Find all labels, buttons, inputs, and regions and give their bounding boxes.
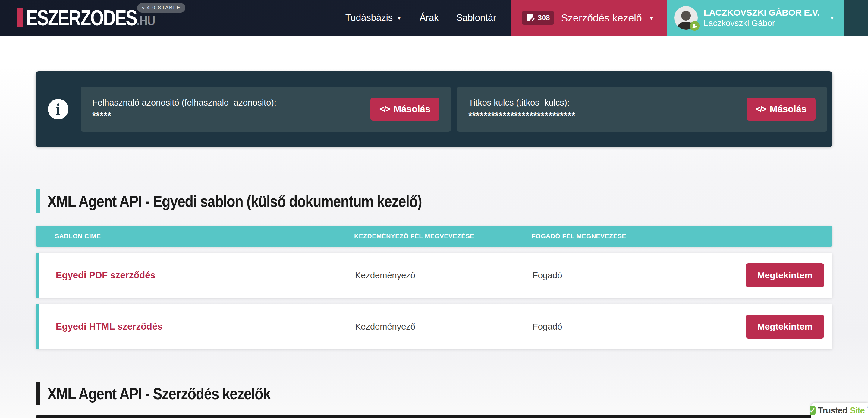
section-heading-szerzodes-kezelok: XML Agent API - Szerződés kezelők [36, 382, 301, 405]
logo-main: ESZERZODES [26, 6, 136, 30]
row-action-cell: Megtekintem [742, 315, 832, 339]
version-badge: v.4.0 STABLE [137, 3, 185, 13]
user-id-label: Felhasznaló azonositó (felhasznalo_azono… [92, 98, 370, 108]
chevron-down-icon: ▼ [649, 15, 654, 21]
info-icon-column: i [36, 99, 81, 119]
check-icon: ✓ [809, 406, 815, 415]
header-end-strip [844, 0, 868, 36]
user-name: Laczkovszki Gábor [704, 19, 820, 28]
initiator-cell: Kezdeményező [355, 322, 532, 332]
view-button[interactable]: Megtekintem [746, 315, 824, 339]
nav-label: Tudásbázis [345, 12, 393, 23]
nav-item-tudasbazis[interactable]: Tudásbázis ▼ [337, 0, 411, 36]
copy-button-label: Másolás [770, 104, 807, 115]
col-header-kezdemenyezo: KEZDEMÉNYEZŐ FÉL MEGVEVEZÉSE [354, 233, 532, 240]
receiver-cell: Fogadó [532, 271, 742, 280]
user-names: LACZKOVSZKI GÁBOR E.V. Laczkovszki Gábor [704, 7, 820, 28]
logo-tld: .HU [136, 13, 155, 28]
col-header-sablon-cime: SABLON CÍME [55, 233, 354, 240]
copy-user-id-button[interactable]: </> Másolás [370, 98, 439, 121]
trustedsite-trusted: Trusted [818, 406, 847, 416]
copy-button-label: Másolás [394, 104, 430, 115]
table-header: SABLON CÍME KEZDEMÉNYEZŐ FÉL MEGVEVEZÉSE… [36, 226, 832, 247]
user-company: LACZKOVSZKI GÁBOR E.V. [704, 7, 820, 18]
code-icon: </> [379, 104, 390, 114]
col-header-fogado: FOGADÓ FÉL MEGNEVEZÉSE [532, 233, 742, 240]
contract-manager-label: Szerződés kezelő [561, 12, 642, 24]
user-id-texts: Felhasznaló azonositó (felhasznalo_azono… [92, 98, 370, 121]
main-nav: Tudásbázis ▼ Árak Sablontár 308 Szerződé… [337, 0, 868, 36]
secret-key-texts: Titkos kulcs (titkos_kulcs): ***********… [468, 98, 747, 121]
contract-manager-menu[interactable]: 308 Szerződés kezelő ▼ [511, 0, 667, 36]
chevron-down-icon: ▼ [829, 15, 835, 21]
table-row: Egyedi PDF szerződés Kezdeményező Fogadó… [36, 253, 832, 298]
secret-key-label: Titkos kulcs (titkos_kulcs): [468, 98, 747, 108]
chevron-down-icon: ▼ [396, 15, 402, 21]
verified-user-icon [690, 21, 700, 31]
user-account-menu[interactable]: LACZKOVSZKI GÁBOR E.V. Laczkovszki Gábor… [667, 0, 844, 36]
section-heading-egyedi-sablon: XML Agent API - Egyedi sablon (külső dok… [36, 189, 473, 213]
view-button[interactable]: Megtekintem [746, 263, 824, 288]
key-boxes: Felhasznaló azonositó (felhasznalo_azono… [81, 87, 827, 132]
table-row: Egyedi HTML szerződés Kezdeményező Fogad… [36, 304, 832, 349]
nav-label: Sablontár [456, 12, 496, 23]
code-icon: </> [755, 104, 766, 114]
top-navbar: ESZERZODES.HU v.4.0 STABLE Tudásbázis ▼ … [0, 0, 868, 36]
secret-key-box: Titkos kulcs (titkos_kulcs): ***********… [457, 87, 827, 132]
trustedsite-badge[interactable]: ✓ TrustedSite® [811, 403, 868, 418]
template-link-pdf[interactable]: Egyedi PDF szerződés [56, 270, 355, 281]
nav-item-arak[interactable]: Árak [411, 0, 447, 36]
info-icon: i [48, 99, 68, 119]
nav-label: Árak [420, 12, 439, 23]
logo-text: ESZERZODES.HU [26, 5, 155, 30]
template-link-html[interactable]: Egyedi HTML szerződés [56, 321, 355, 332]
heading-accent-bar [36, 189, 40, 213]
next-table-header-edge [36, 415, 832, 418]
api-keys-panel: i Felhasznaló azonositó (felhasznalo_azo… [36, 71, 832, 147]
trustedsite-site: Site [850, 406, 865, 416]
initiator-cell: Kezdeményező [355, 271, 532, 280]
user-id-value: ***** [92, 110, 370, 121]
nav-item-sablontar[interactable]: Sablontár [447, 0, 505, 36]
site-logo[interactable]: ESZERZODES.HU v.4.0 STABLE [17, 0, 187, 36]
section-title: XML Agent API - Szerződés kezelők [47, 385, 270, 403]
section-title: XML Agent API - Egyedi sablon (külső dok… [47, 192, 422, 210]
heading-accent-bar [36, 382, 40, 405]
receiver-cell: Fogadó [532, 322, 742, 332]
copy-secret-key-button[interactable]: </> Másolás [747, 98, 815, 121]
document-edit-icon [526, 13, 535, 22]
secret-key-value: **************************** [468, 110, 747, 121]
avatar [674, 6, 698, 30]
contract-count-badge: 308 [522, 10, 554, 25]
logo-red-bar [17, 8, 23, 27]
row-action-cell: Megtekintem [742, 263, 832, 288]
user-id-box: Felhasznaló azonositó (felhasznalo_azono… [81, 87, 451, 132]
contract-count: 308 [538, 13, 550, 22]
